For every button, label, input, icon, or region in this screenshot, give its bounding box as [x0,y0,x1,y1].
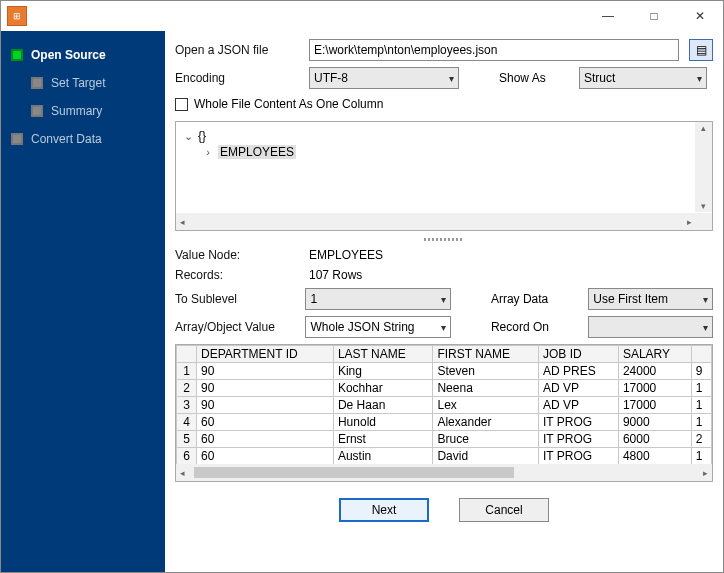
tosublevel-label: To Sublevel [175,292,295,306]
table-row[interactable]: 560ErnstBruceIT PROG60002 [177,431,712,448]
table-row[interactable]: 290KochharNeenaAD VP170001 [177,380,712,397]
tree-node-root[interactable]: ⌄ {} [182,128,706,144]
cell: 90 [197,397,334,414]
encoding-value: UTF-8 [314,71,348,85]
scroll-up-icon[interactable]: ▴ [698,122,709,134]
row-arrayobj-recordon: Array/Object Value Whole JSON String ▾ R… [175,316,713,338]
maximize-button[interactable]: □ [631,1,677,31]
grid-scrollbar-horizontal[interactable]: ◂ ▸ [176,464,712,481]
step-status-icon [11,133,23,145]
sidebar-item-label: Set Target [51,76,105,90]
scroll-left-icon[interactable]: ◂ [176,216,188,227]
step-status-icon [11,49,23,61]
cell: Hunold [333,414,433,431]
body: Open Source Set Target Summary Convert D… [1,31,723,572]
column-header[interactable]: LAST NAME [333,346,433,363]
cell: Austin [333,448,433,465]
cell: 9 [691,363,711,380]
arrayobj-label: Array/Object Value [175,320,295,334]
column-header[interactable]: JOB ID [538,346,618,363]
column-header[interactable]: SALARY [618,346,691,363]
browse-button[interactable]: ▤ [689,39,713,61]
valuenode-label: Value Node: [175,248,299,262]
encoding-select[interactable]: UTF-8 ▾ [309,67,459,89]
cell: Bruce [433,431,539,448]
sidebar-item-open-source[interactable]: Open Source [5,41,161,69]
column-header[interactable]: FIRST NAME [433,346,539,363]
table-row[interactable]: 390De HaanLexAD VP170001 [177,397,712,414]
tree-node-employees[interactable]: › EMPLOYEES [182,144,706,160]
tree-scrollbar-vertical[interactable]: ▴ ▾ [695,122,712,212]
scroll-left-icon[interactable]: ◂ [180,468,185,478]
row-number: 3 [177,397,197,414]
sidebar-item-convert-data[interactable]: Convert Data [5,125,161,153]
table-row[interactable]: 660AustinDavidIT PROG48001 [177,448,712,465]
minimize-button[interactable]: — [585,1,631,31]
preview-table: DEPARTMENT IDLAST NAMEFIRST NAMEJOB IDSA… [176,345,712,482]
cell: 1 [691,414,711,431]
sidebar-item-label: Open Source [31,48,106,62]
cell: 24000 [618,363,691,380]
step-status-icon [31,105,43,117]
row-encoding: Encoding UTF-8 ▾ Show As Struct ▾ [175,67,713,89]
tosublevel-select[interactable]: 1 ▾ [305,288,451,310]
row-number: 4 [177,414,197,431]
cell: 4800 [618,448,691,465]
arraydata-select[interactable]: Use First Item ▾ [588,288,713,310]
scrollbar-thumb[interactable] [194,467,514,478]
records-value: 107 Rows [309,268,362,282]
valuenode-value: EMPLOYEES [309,248,383,262]
cell: 60 [197,431,334,448]
row-number: 2 [177,380,197,397]
recordon-select[interactable]: ▾ [588,316,713,338]
open-file-input[interactable] [309,39,679,61]
tree-expand-icon[interactable]: ⌄ [182,130,194,143]
tree-child-label: EMPLOYEES [218,145,296,159]
json-tree[interactable]: ⌄ {} › EMPLOYEES ▴ ▾ ◂ ▸ [175,121,713,231]
cell: 1 [691,397,711,414]
table-row[interactable]: 190KingStevenAD PRES240009 [177,363,712,380]
scroll-right-icon[interactable]: ▸ [683,216,695,227]
cell: 1 [691,380,711,397]
tree-root-label: {} [198,129,206,143]
row-number: 1 [177,363,197,380]
row-number: 6 [177,448,197,465]
splitter[interactable] [175,237,713,242]
wholefile-label: Whole File Content As One Column [194,97,383,111]
cell: Lex [433,397,539,414]
cell: 60 [197,414,334,431]
cell: King [333,363,433,380]
cell: De Haan [333,397,433,414]
sidebar-item-summary[interactable]: Summary [5,97,161,125]
recordon-label: Record On [491,320,578,334]
column-header[interactable]: DEPARTMENT ID [197,346,334,363]
cell: IT PROG [538,448,618,465]
wholefile-checkbox[interactable] [175,98,188,111]
close-button[interactable]: ✕ [677,1,723,31]
cancel-button[interactable]: Cancel [459,498,549,522]
cell: Neena [433,380,539,397]
chevron-down-icon: ▾ [703,294,708,305]
arrayobj-select[interactable]: Whole JSON String ▾ [305,316,451,338]
tree-expand-icon[interactable]: › [202,146,214,158]
tree-scrollbar-horizontal[interactable]: ◂ ▸ [176,213,712,230]
next-button[interactable]: Next [339,498,429,522]
cell: Steven [433,363,539,380]
scroll-down-icon[interactable]: ▾ [698,200,709,212]
preview-grid[interactable]: DEPARTMENT IDLAST NAMEFIRST NAMEJOB IDSA… [175,344,713,482]
cell: 2 [691,431,711,448]
sidebar-item-set-target[interactable]: Set Target [5,69,161,97]
cell: 90 [197,380,334,397]
titlebar: ⊞ — □ ✕ [1,1,723,31]
chevron-down-icon: ▾ [703,322,708,333]
table-row[interactable]: 460HunoldAlexanderIT PROG90001 [177,414,712,431]
tosublevel-value: 1 [310,292,317,306]
app-window: ⊞ — □ ✕ Open Source Set Target Summary C… [0,0,724,573]
chevron-down-icon: ▾ [441,322,446,333]
row-valuenode: Value Node: EMPLOYEES [175,248,713,262]
showas-select[interactable]: Struct ▾ [579,67,707,89]
scroll-right-icon[interactable]: ▸ [703,468,708,478]
row-sublevel-arraydata: To Sublevel 1 ▾ Array Data Use First Ite… [175,288,713,310]
cell: 6000 [618,431,691,448]
column-header[interactable] [691,346,711,363]
